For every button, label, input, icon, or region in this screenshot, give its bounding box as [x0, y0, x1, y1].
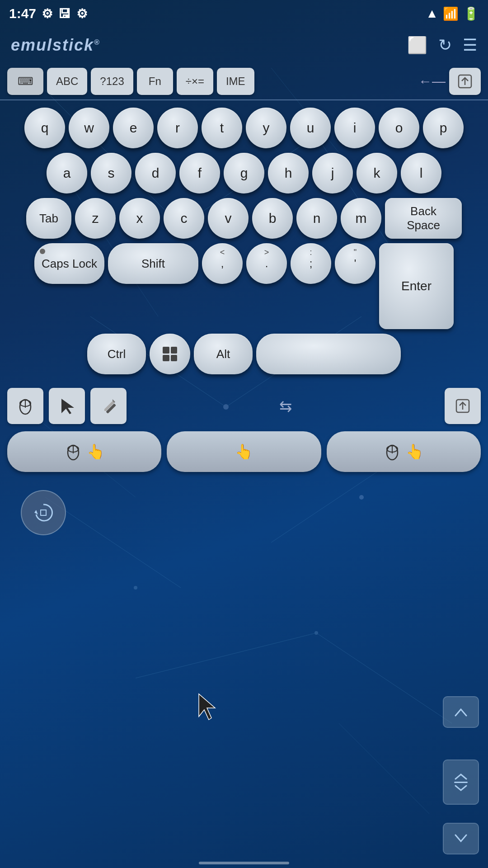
key-x[interactable]: x: [119, 198, 160, 239]
mouse-middle-click-btn[interactable]: 👆: [167, 431, 321, 472]
edit-btn[interactable]: [90, 388, 127, 424]
key-k[interactable]: k: [357, 153, 397, 193]
key-s[interactable]: s: [91, 153, 131, 193]
screen-icon[interactable]: ⬜: [407, 36, 427, 55]
key-row-4: Caps Lock Shift < , > . : ; " ' Enter: [5, 243, 483, 329]
key-r[interactable]: r: [157, 108, 198, 148]
key-e[interactable]: e: [113, 108, 154, 148]
key-c[interactable]: c: [164, 198, 204, 239]
status-right: ▲ 📶 🔋: [426, 6, 479, 21]
fn-btn[interactable]: Fn: [137, 68, 173, 95]
mouse-left-click-btn[interactable]: 👆: [7, 431, 161, 472]
key-b[interactable]: b: [252, 198, 293, 239]
app-header: emulstick® ⬜ ↻ ☰: [0, 27, 488, 63]
menu-icon[interactable]: ☰: [463, 36, 477, 55]
key-tab[interactable]: Tab: [26, 198, 71, 239]
toolbar-arrow: ←—: [418, 74, 446, 89]
key-g[interactable]: g: [224, 153, 264, 193]
refresh-icon[interactable]: ↻: [438, 36, 452, 55]
key-ctrl[interactable]: Ctrl: [87, 334, 146, 374]
key-t[interactable]: t: [202, 108, 242, 148]
key-enter[interactable]: Enter: [379, 243, 454, 329]
key-y[interactable]: y: [246, 108, 286, 148]
key-period[interactable]: > .: [246, 243, 287, 284]
key-l[interactable]: l: [401, 153, 441, 193]
cursor-icon: [58, 397, 76, 415]
sym-btn[interactable]: ÷×=: [177, 68, 213, 95]
key-p[interactable]: p: [423, 108, 464, 148]
mouse-button-row: 👆 👆 👆: [7, 431, 481, 472]
home-indicator: [199, 862, 289, 864]
key-dquote-label: ": [354, 248, 357, 257]
scroll-divider: [454, 782, 468, 783]
mouse-left-icon: [64, 443, 82, 461]
key-quote[interactable]: " ': [335, 243, 375, 284]
key-o[interactable]: o: [379, 108, 419, 148]
scroll-down-small-icon: [452, 784, 470, 793]
key-n[interactable]: n: [296, 198, 337, 239]
mouse-left-btn[interactable]: [7, 388, 43, 424]
scroll-up-btn[interactable]: [443, 696, 479, 728]
settings-icon-1: ⚙: [42, 6, 53, 21]
key-alt[interactable]: Alt: [194, 334, 253, 374]
ctrl-upload-btn[interactable]: [445, 388, 481, 424]
key-j[interactable]: j: [312, 153, 353, 193]
key-w[interactable]: w: [69, 108, 109, 148]
ctrl-arrow-center: ⇆: [132, 397, 439, 415]
key-row-5: Ctrl Alt: [5, 334, 483, 374]
key-win[interactable]: [150, 334, 190, 374]
pencil-icon: [100, 397, 117, 415]
scroll-down-btn[interactable]: [443, 823, 479, 854]
key-shift[interactable]: Shift: [108, 243, 198, 284]
num-btn[interactable]: ?123: [91, 68, 133, 95]
mouse-icon: [16, 397, 34, 415]
mouse-left-gesture-icon: 👆: [87, 443, 105, 460]
cursor-indicator: [194, 692, 221, 725]
key-u[interactable]: u: [290, 108, 331, 148]
scroll-up-area: [443, 696, 479, 728]
svg-point-13: [314, 631, 318, 635]
scroll-down-area: [443, 823, 479, 854]
key-backspace[interactable]: BackSpace: [385, 198, 462, 239]
svg-line-19: [339, 723, 429, 814]
key-space[interactable]: [256, 334, 401, 374]
scroll-up-small-icon: [452, 772, 470, 781]
mouse-right-gesture-icon: 👆: [406, 443, 424, 460]
key-i[interactable]: i: [334, 108, 375, 148]
windows-icon: [163, 347, 177, 361]
scroll-adjust-btn[interactable]: [443, 760, 479, 805]
battery-icon: 🔋: [463, 6, 479, 21]
toolbar-upload-btn[interactable]: [449, 68, 481, 95]
key-f[interactable]: f: [179, 153, 220, 193]
keyboard-btn[interactable]: ⌨: [7, 68, 43, 95]
signal-icon: 📶: [443, 6, 459, 21]
key-v[interactable]: v: [208, 198, 249, 239]
scroll-mid-area: [443, 760, 479, 805]
status-left: 1:47 ⚙ 🖫 ⚙: [9, 6, 88, 21]
ime-btn[interactable]: IME: [217, 68, 254, 95]
cursor-btn[interactable]: [49, 388, 85, 424]
svg-line-7: [136, 633, 316, 678]
fab-area: [7, 486, 488, 540]
key-capslock[interactable]: Caps Lock: [34, 243, 104, 284]
storage-icon: 🖫: [58, 6, 71, 21]
key-d[interactable]: d: [135, 153, 176, 193]
key-a[interactable]: a: [47, 153, 87, 193]
svg-marker-35: [34, 510, 38, 514]
upload-icon: [457, 73, 473, 90]
fab-btn[interactable]: [21, 490, 66, 535]
control-row-1: ⇆: [7, 388, 481, 424]
key-semicolon[interactable]: : ;: [291, 243, 331, 284]
app-logo: emulstick®: [11, 36, 100, 55]
key-comma[interactable]: < ,: [202, 243, 243, 284]
keyboard-container: q w e r t y u i o p a s d f g h j k l Ta…: [0, 100, 488, 383]
key-m[interactable]: m: [341, 198, 381, 239]
mouse-right-click-btn[interactable]: 👆: [327, 431, 481, 472]
key-z[interactable]: z: [75, 198, 116, 239]
abc-btn[interactable]: ABC: [47, 68, 87, 95]
bottom-controls: ⇆ 👆 👆 👆: [0, 383, 488, 486]
svg-marker-36: [199, 694, 215, 720]
key-h[interactable]: h: [268, 153, 309, 193]
svg-line-8: [316, 633, 452, 723]
key-q[interactable]: q: [24, 108, 65, 148]
